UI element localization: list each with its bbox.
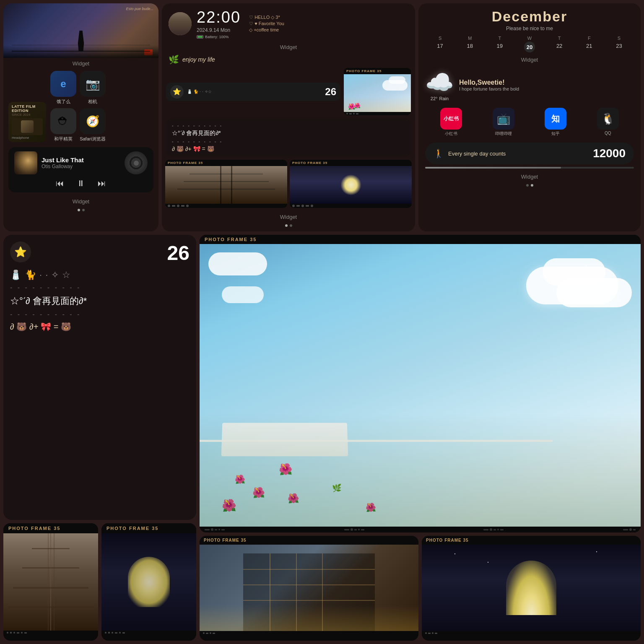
app-bilibili[interactable]: 📺 哔哩哔哩 bbox=[493, 108, 514, 137]
cal-header-m: M bbox=[455, 35, 485, 42]
star-circle: ⭐ bbox=[10, 242, 31, 262]
dot-1 bbox=[78, 209, 80, 211]
step-count: 12000 bbox=[593, 147, 626, 160]
step-progress-fill bbox=[425, 167, 561, 169]
weather-section: ☁️ 22° Rain Hello,Sweetie! I hope fortun… bbox=[418, 65, 641, 104]
divider-1: - - - - - - - - - - bbox=[10, 284, 190, 291]
night-frame-label: PHOTO FRAME 35 bbox=[422, 536, 641, 545]
date-display: 2024.9.14 Mon bbox=[197, 27, 241, 33]
music-artist: Otis Galloway bbox=[42, 164, 120, 169]
next-button[interactable]: ⏭ bbox=[98, 179, 106, 188]
bottom-night-frame: PHOTO FRAME 35 bbox=[422, 536, 641, 641]
train-photo-img bbox=[3, 533, 98, 631]
status3: ◇ +coffee time bbox=[249, 27, 284, 33]
right-panel: December Please be nice to me S M T W T … bbox=[418, 3, 641, 231]
bottom-equation: ∂ 🐻 ∂+ 🎀 = 🐻 bbox=[10, 322, 190, 332]
month-subtitle: Please be nice to me bbox=[425, 26, 634, 31]
top-photo-banner: Esto pue bude... bbox=[3, 3, 158, 58]
app-zhihu[interactable]: 知 知乎 bbox=[545, 108, 566, 137]
bottom-moon-frame: PHOTO FRAME 35 bbox=[101, 523, 196, 641]
center-photo-2: PHOTO FRAME 35 bbox=[290, 160, 412, 208]
zhihu-label: 知乎 bbox=[551, 131, 560, 137]
bottom-photo-frames-row: PHOTO FRAME 35 bbox=[3, 523, 196, 641]
left-widget-label-top: Widget bbox=[3, 58, 158, 69]
latte-card[interactable]: LATTE FILM EDITION SINCE 2024 Headphone bbox=[8, 102, 46, 142]
left-dots bbox=[3, 207, 158, 213]
bottom-chinese-text: ☆°ʻ∂ 會再見面的∂* bbox=[10, 295, 190, 307]
weather-temp: 22° bbox=[431, 96, 438, 101]
bottom-train-label: PHOTO FRAME 35 bbox=[3, 523, 98, 533]
center-photo-1-label: PHOTO FRAME 35 bbox=[165, 160, 287, 166]
app-qq[interactable]: 🐧 QQ bbox=[597, 108, 619, 137]
status1: ♡ HELLO ◇ 3* bbox=[249, 15, 284, 20]
app-elm-label: 饿了么 bbox=[57, 99, 70, 105]
center-dots bbox=[162, 223, 415, 229]
cal-header-t1: T bbox=[485, 35, 514, 42]
chinese-main-text: ☆°ʻ∂ 會再見面的∂* bbox=[172, 130, 405, 137]
cal-header-s2: S bbox=[604, 35, 634, 42]
xiaohongshu-icon: 小红书 bbox=[440, 108, 462, 130]
right-dot-1 bbox=[526, 184, 529, 187]
month-title: December bbox=[425, 8, 634, 25]
cal-header-f: F bbox=[574, 35, 604, 42]
app-xiaohongshu[interactable]: 小红书 小红书 bbox=[440, 108, 462, 137]
center-photo-grid: PHOTO FRAME 35 PHOTO bbox=[162, 160, 415, 211]
photo-frame-label: PHOTO FRAME 35 bbox=[344, 68, 411, 74]
bottom-section: ⭐ 26 🧂 🐈 · · ✧ ☆ - - - - - - - - - - ☆°ʻ… bbox=[0, 235, 644, 644]
large-photo-header: PHOTO FRAME 35 bbox=[200, 235, 641, 244]
battery-icon bbox=[197, 35, 203, 39]
enjoy-text: enjoy my life bbox=[182, 56, 215, 63]
app-peaceelite[interactable]: ⛑ 和平精英 bbox=[50, 108, 76, 142]
app-safari-label: Safari浏览器 bbox=[80, 136, 106, 142]
large-sky-photo: PHOTO FRAME 35 ☽ bbox=[200, 235, 641, 532]
app-safari[interactable]: 🧭 Safari浏览器 bbox=[80, 108, 106, 142]
moon-frame-bottom bbox=[101, 631, 196, 635]
center-photo-1-bottom bbox=[165, 204, 287, 208]
sky-flowers-img: ☽ 🌺 🌺 🌺 🌺 🌺 bbox=[200, 244, 641, 527]
app-peaceelite-label: 和平精英 bbox=[54, 136, 73, 142]
qq-icon: 🐧 bbox=[597, 108, 619, 130]
right-dots bbox=[418, 182, 641, 188]
chinese-widget: - - - - - - - - - - ☆°ʻ∂ 會再見面的∂* - - - -… bbox=[166, 119, 411, 156]
center-widget-label: Widget bbox=[162, 42, 415, 53]
center-top: 22:00 2024.9.14 Mon Battery: 100% ♡ HELL… bbox=[162, 3, 415, 42]
qq-label: QQ bbox=[605, 131, 611, 135]
step-progress-bar-container bbox=[425, 167, 634, 169]
dot-2 bbox=[82, 209, 85, 211]
app-camera[interactable]: 📷 相机 bbox=[80, 71, 106, 105]
left-panel: Esto pue bude... Widget LATTE FILM EDITI… bbox=[3, 3, 158, 231]
large-text-widget: ⭐ 26 🧂 🐈 · · ✧ ☆ - - - - - - - - - - ☆°ʻ… bbox=[3, 235, 196, 520]
large-photo-film-strip bbox=[200, 527, 641, 532]
play-button[interactable]: ⏸ bbox=[77, 179, 85, 188]
weather-greeting: Hello,Sweetie! bbox=[459, 79, 519, 86]
cal-day-19: 19 bbox=[485, 42, 514, 52]
cal-day-20: 20 bbox=[524, 42, 535, 52]
cal-header-s1: S bbox=[425, 35, 455, 42]
bottom-right: PHOTO FRAME 35 ☽ bbox=[200, 235, 641, 641]
center-widget-label-2: Widget bbox=[162, 211, 415, 223]
weather-message: I hope fortune favors the bold bbox=[459, 86, 519, 91]
cal-day-21: 21 bbox=[574, 42, 604, 52]
photo-frame-thumb: PHOTO FRAME 35 🌺 🌺 bbox=[344, 68, 411, 115]
urban-frame-strip bbox=[200, 631, 418, 635]
avatar bbox=[169, 12, 192, 35]
vinyl-record bbox=[125, 151, 148, 174]
big-number: 26 bbox=[167, 242, 190, 265]
weather-icon: ☁️ bbox=[425, 69, 454, 96]
prev-button[interactable]: ⏮ bbox=[56, 179, 64, 188]
enjoy-life-row: 🌿 enjoy my life bbox=[162, 53, 415, 68]
xiaohongshu-label: 小红书 bbox=[445, 131, 457, 137]
train-frame-bottom bbox=[3, 631, 98, 635]
music-controls: ⏮ ⏸ ⏭ bbox=[14, 179, 148, 188]
bottom-urban-frame: PHOTO FRAME 35 bbox=[200, 536, 418, 641]
emoji-row: 🧂 🐈 · · ✧ ☆ bbox=[10, 270, 190, 280]
right-widget-label-bottom: Widget bbox=[418, 171, 641, 182]
app-elm[interactable]: e 饿了么 bbox=[50, 71, 76, 105]
center-dot-1 bbox=[285, 224, 288, 227]
night-frame-strip bbox=[422, 631, 641, 635]
right-widget-label-top: Widget bbox=[418, 54, 641, 65]
bottom-moon-label: PHOTO FRAME 35 bbox=[101, 523, 196, 533]
cal-day-18: 18 bbox=[455, 42, 485, 52]
bottom-two-frames: PHOTO FRAME 35 bbox=[200, 536, 641, 641]
latte-subtitle: SINCE 2024 bbox=[12, 113, 43, 117]
